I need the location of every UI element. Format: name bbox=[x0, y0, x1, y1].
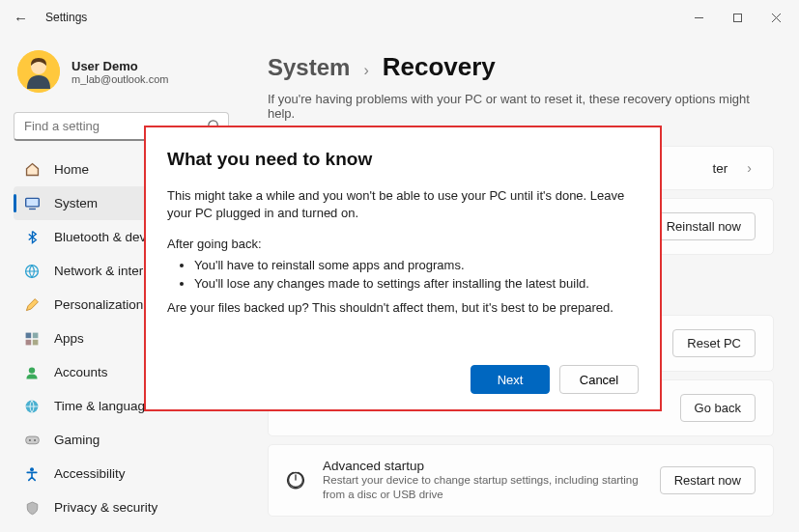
reinstall-now-button[interactable]: Reinstall now bbox=[652, 212, 756, 240]
dialog-paragraph: This might take a while and you won't be… bbox=[167, 187, 639, 222]
dialog-title: What you need to know bbox=[167, 149, 639, 170]
dialog-paragraph: After going back: bbox=[167, 236, 639, 253]
next-button[interactable]: Next bbox=[471, 365, 550, 394]
sidebar-item-label: Apps bbox=[54, 331, 84, 346]
titlebar: ← Settings bbox=[0, 0, 799, 35]
gaming-icon bbox=[23, 432, 41, 449]
sidebar-item-label: Home bbox=[54, 162, 89, 177]
network-icon bbox=[23, 263, 41, 280]
chevron-right-icon: › bbox=[363, 62, 368, 79]
sidebar-item-label: Time & language bbox=[54, 399, 153, 413]
maximize-button[interactable] bbox=[718, 3, 756, 32]
window-title: Settings bbox=[45, 11, 87, 24]
dialog-bullet: You'll have to reinstall some apps and p… bbox=[194, 256, 639, 275]
breadcrumb-parent[interactable]: System bbox=[268, 54, 350, 81]
card-subtitle: Restart your device to change startup se… bbox=[323, 473, 644, 502]
sidebar-item-label: Gaming bbox=[54, 433, 100, 447]
bluetooth-icon bbox=[23, 229, 41, 246]
cancel-button[interactable]: Cancel bbox=[559, 365, 639, 394]
dialog-bullet: You'll lose any changes made to settings… bbox=[194, 274, 639, 294]
accounts-icon bbox=[23, 364, 41, 381]
user-email: m_lab@outlook.com bbox=[71, 73, 168, 85]
breadcrumb: System › Recovery bbox=[268, 52, 774, 82]
card-advanced-startup: Advanced startup Restart your device to … bbox=[268, 444, 774, 517]
svg-rect-11 bbox=[26, 332, 32, 338]
shield-icon bbox=[23, 499, 41, 517]
svg-rect-13 bbox=[26, 339, 32, 345]
svg-point-19 bbox=[34, 439, 36, 441]
chevron-right-icon: › bbox=[743, 160, 756, 176]
go-back-dialog: What you need to know This might take a … bbox=[144, 126, 662, 411]
svg-point-15 bbox=[29, 367, 35, 373]
dialog-paragraph: Are your files backed up? This shouldn't… bbox=[167, 299, 639, 317]
go-back-button[interactable]: Go back bbox=[680, 394, 756, 422]
sidebar-item-accessibility[interactable]: Accessibility bbox=[14, 457, 229, 490]
page-subtitle: If you're having problems with your PC o… bbox=[268, 92, 774, 121]
sidebar-item-label: Privacy & security bbox=[54, 500, 157, 515]
sidebar-item-label: System bbox=[54, 196, 98, 210]
svg-point-18 bbox=[28, 439, 30, 441]
sidebar-item-label: Personalization bbox=[54, 297, 143, 312]
svg-point-20 bbox=[30, 467, 34, 471]
svg-rect-12 bbox=[33, 332, 39, 338]
home-icon bbox=[23, 161, 41, 179]
advanced-startup-icon bbox=[286, 470, 305, 490]
accessibility-icon bbox=[23, 465, 41, 483]
svg-rect-14 bbox=[33, 339, 39, 345]
minimize-button[interactable] bbox=[679, 3, 718, 32]
sidebar-item-gaming[interactable]: Gaming bbox=[14, 423, 229, 457]
user-name: User Demo bbox=[71, 59, 168, 73]
dialog-bullet-list: You'll have to reinstall some apps and p… bbox=[194, 256, 639, 294]
restart-now-button[interactable]: Restart now bbox=[660, 466, 756, 494]
profile[interactable]: User Demo m_lab@outlook.com bbox=[14, 44, 229, 108]
time-language-icon bbox=[23, 398, 41, 415]
personalization-icon bbox=[23, 296, 41, 314]
sidebar-item-privacy[interactable]: Privacy & security bbox=[14, 490, 229, 524]
sidebar-item-label: Accounts bbox=[54, 365, 108, 379]
svg-rect-8 bbox=[25, 198, 39, 207]
sidebar-item-label: Accessibility bbox=[54, 466, 126, 481]
apps-icon bbox=[23, 330, 41, 348]
page-title: Recovery bbox=[383, 52, 496, 82]
card-title: Advanced startup bbox=[323, 459, 644, 473]
close-button[interactable] bbox=[756, 3, 795, 32]
svg-rect-1 bbox=[733, 14, 741, 21]
back-button[interactable]: ← bbox=[14, 10, 28, 26]
avatar bbox=[17, 50, 60, 93]
svg-rect-17 bbox=[25, 436, 39, 444]
reset-pc-button[interactable]: Reset PC bbox=[672, 329, 756, 357]
system-icon bbox=[23, 195, 41, 212]
